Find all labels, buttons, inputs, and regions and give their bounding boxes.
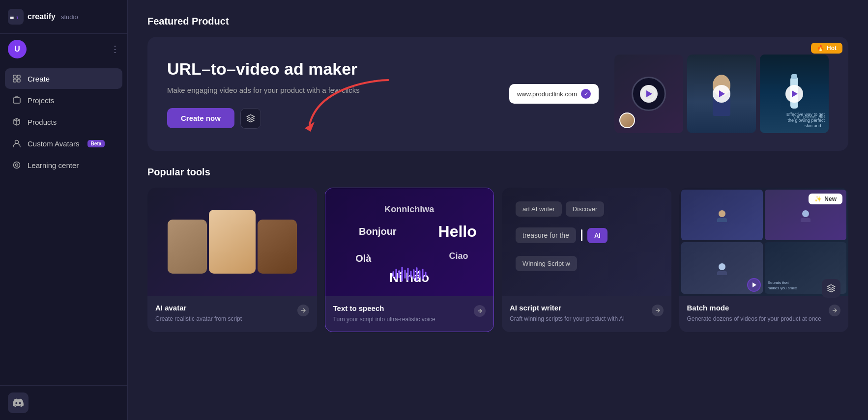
sidebar-item-projects[interactable]: Projects	[5, 90, 122, 111]
ai-script-name: AI script writer	[510, 304, 625, 312]
sidebar-item-avatars-label: Custom Avatars	[28, 140, 80, 148]
sidebar-header: ≡ › creatify studio	[0, 0, 127, 34]
sidebar-item-create-label: Create	[28, 75, 50, 83]
svg-rect-4	[17, 75, 20, 78]
tts-word-konnichiwa: Konnichiwa	[384, 204, 434, 215]
face-2	[209, 210, 256, 274]
hot-label: Hot	[827, 45, 837, 52]
logo-text: creatify	[28, 12, 56, 21]
logo-icon: ≡ ›	[8, 9, 24, 25]
batch-arrow[interactable]	[829, 305, 840, 316]
new-badge: ✨ New	[809, 194, 842, 204]
main-content: Featured Product URL–to–video ad maker M…	[128, 0, 868, 420]
tool-card-ai-avatar[interactable]: AI avatar Create realistic avatar from s…	[147, 188, 317, 332]
tts-waveform	[392, 267, 426, 281]
sidebar-item-learning-center[interactable]: Learning center	[5, 155, 122, 175]
discord-button[interactable]	[8, 392, 29, 413]
url-section: www.productlink.com ✓	[509, 84, 599, 104]
face-1	[168, 220, 207, 274]
ai-script-text: AI script writer Craft winning scripts f…	[510, 304, 625, 323]
featured-images: Effective way to getthe glowing perfects…	[614, 55, 829, 133]
svg-rect-20	[801, 218, 810, 222]
ai-script-arrow[interactable]	[652, 305, 664, 316]
ai-script-desc: Craft winning scripts for your product w…	[510, 315, 625, 323]
tool-card-tts[interactable]: Konnichiwa Bonjour Hello Olà Ciao Nǐ hǎo	[325, 188, 494, 332]
learning-icon	[12, 160, 22, 170]
featured-card-subtitle: Make engaging video ads for your product…	[167, 85, 383, 96]
batch-learn-icon[interactable]	[822, 279, 840, 298]
featured-title: Featured Product	[147, 16, 848, 27]
tts-text: Text to speech Turn your script into ult…	[333, 304, 435, 324]
svg-point-9	[14, 162, 20, 168]
sidebar-item-custom-avatars[interactable]: Custom Avatars Beta	[5, 133, 122, 154]
svg-point-21	[719, 263, 725, 270]
tts-name: Text to speech	[333, 304, 435, 312]
ai-script-visual: art AI writer Discover treasure for the …	[502, 188, 671, 296]
svg-point-10	[16, 164, 18, 167]
sidebar-item-products-label: Products	[28, 118, 57, 126]
batch-text: Batch mode Generate dozens of videos for…	[687, 304, 822, 323]
hot-badge: 🔥 Hot	[811, 43, 842, 54]
cursor-blink	[581, 229, 582, 241]
svg-point-17	[719, 210, 725, 217]
featured-actions: Create now	[167, 108, 383, 129]
learn-button[interactable]	[240, 108, 261, 129]
batch-play-icon	[747, 278, 761, 292]
svg-text:≡: ≡	[10, 13, 14, 21]
svg-rect-22	[717, 271, 727, 275]
ai-avatar-arrow[interactable]	[297, 305, 309, 316]
create-now-button[interactable]: Create now	[167, 108, 234, 128]
ai-avatar-info: AI avatar Create realistic avatar from s…	[147, 296, 317, 331]
svg-rect-18	[717, 218, 727, 222]
man-play-button[interactable]	[713, 85, 730, 103]
ai-avatar-name: AI avatar	[155, 304, 242, 312]
ai-avatar-info-row: AI avatar Create realistic avatar from s…	[155, 304, 309, 323]
beta-badge: Beta	[87, 140, 105, 147]
tts-arrow[interactable]	[474, 305, 486, 317]
script-chip-1: art AI writer	[516, 201, 562, 217]
batch-info: Batch mode Generate dozens of videos for…	[679, 296, 849, 331]
tts-word-ciao: Ciao	[449, 251, 468, 261]
user-section: U ⋮	[0, 34, 127, 64]
ai-avatar-text: AI avatar Create realistic avatar from s…	[155, 304, 242, 323]
sidebar-item-create[interactable]: Create	[5, 68, 122, 89]
ai-avatar-visual	[147, 188, 317, 296]
svg-rect-6	[17, 79, 20, 82]
featured-section: Featured Product URL–to–video ad maker M…	[147, 16, 848, 151]
batch-name: Batch mode	[687, 304, 822, 312]
svg-rect-7	[13, 98, 20, 103]
tools-grid: AI avatar Create realistic avatar from s…	[147, 188, 848, 332]
svg-rect-15	[791, 74, 797, 79]
product-preview: Effective way to getthe glowing perfects…	[760, 55, 829, 133]
tool-card-ai-script[interactable]: art AI writer Discover treasure for the …	[502, 188, 671, 332]
url-check-icon: ✓	[581, 89, 591, 99]
script-chip-winning: Winning Script w	[516, 256, 577, 271]
logo: ≡ › creatify studio	[8, 9, 78, 25]
sidebar-item-projects-label: Projects	[28, 96, 54, 105]
tts-info: Text to speech Turn your script into ult…	[325, 296, 494, 332]
watch-play-button[interactable]	[640, 85, 658, 103]
popular-tools-section: Popular tools AI avatar Create realisti	[147, 167, 848, 332]
tts-word-ola: Olà	[355, 253, 371, 264]
tts-word-hello: Hello	[438, 223, 477, 241]
featured-visuals: www.productlink.com ✓	[383, 55, 829, 133]
tts-info-row: Text to speech Turn your script into ult…	[333, 304, 486, 324]
url-text: www.productlink.com	[517, 90, 577, 98]
sidebar-item-products[interactable]: Products	[5, 112, 122, 132]
man-preview	[687, 55, 756, 133]
popular-tools-title: Popular tools	[147, 167, 848, 178]
avatar-faces	[158, 200, 307, 283]
featured-card-outer: URL–to–video ad maker Make engaging vide…	[147, 37, 848, 151]
create-icon	[12, 74, 22, 84]
ai-avatar-desc: Create realistic avatar from script	[155, 315, 242, 323]
script-chip-treasure: treasure for the	[516, 227, 576, 243]
tool-card-batch[interactable]: ✨ New	[679, 188, 849, 332]
batch-info-row: Batch mode Generate dozens of videos for…	[687, 304, 841, 323]
products-icon	[12, 117, 22, 127]
product-play-button[interactable]	[785, 85, 803, 103]
script-chip-discover: Discover	[566, 201, 605, 217]
svg-text:›: ›	[16, 13, 19, 21]
sidebar: ≡ › creatify studio U ⋮ Create	[0, 0, 128, 420]
more-menu-icon[interactable]: ⋮	[111, 44, 119, 55]
ai-badge: AI	[587, 228, 608, 243]
